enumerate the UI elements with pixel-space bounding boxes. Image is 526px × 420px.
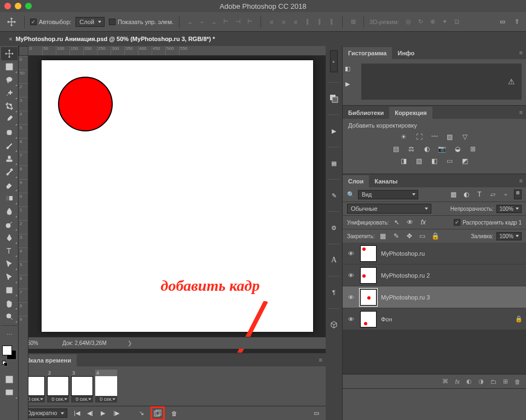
auto-select-checkbox[interactable]: Автовыбор: — [30, 19, 71, 25]
auto-select-target[interactable]: Слой — [76, 17, 105, 27]
adjustments-menu-icon[interactable]: ≡ — [519, 109, 523, 116]
layer-thumbnail[interactable] — [360, 267, 377, 284]
first-frame-button[interactable]: |◀ — [72, 409, 82, 418]
opacity-value[interactable]: 100% — [496, 205, 522, 213]
doc-size-info[interactable]: Док: 2,64M/3,26M — [62, 340, 107, 346]
ruler-vertical[interactable]: 050234567890123456789 — [19, 56, 28, 420]
delete-layer-icon[interactable]: 🗑 — [515, 378, 521, 385]
align-left-icon[interactable]: ⊢ — [221, 17, 231, 27]
curves-icon[interactable]: 〰 — [430, 132, 440, 142]
levels-icon[interactable]: ⛶ — [414, 132, 424, 142]
properties-panel-icon[interactable]: ⚙ — [328, 222, 340, 234]
gradient-tool[interactable] — [1, 192, 18, 205]
lock-artboard-icon[interactable]: ▭ — [418, 231, 427, 241]
stamp-tool[interactable] — [1, 152, 18, 165]
eyedropper-tool[interactable] — [1, 113, 18, 126]
show-transform-checkbox[interactable]: Показать упр. элем. — [109, 19, 174, 25]
filter-adjustment-icon[interactable]: ◐ — [461, 189, 471, 199]
unify-style-icon[interactable]: fx — [418, 217, 428, 227]
distribute-4-icon[interactable]: ∥ — [303, 17, 313, 27]
move-tool-icon[interactable] — [4, 15, 19, 29]
align-right-icon[interactable]: ⊢ — [245, 17, 255, 27]
3d-icon-1[interactable]: ◎ — [403, 17, 413, 27]
color-balance-icon[interactable]: ⚖ — [407, 144, 417, 154]
gradient-map-icon[interactable]: ▭ — [445, 156, 455, 166]
unify-position-icon[interactable]: ↖ — [392, 217, 402, 227]
distribute-3-icon[interactable]: ≡ — [291, 17, 300, 27]
move-tool[interactable] — [1, 47, 18, 60]
ruler-horizontal[interactable]: 050100150200250300350400450500550 — [28, 46, 326, 56]
color-lookup-icon[interactable]: ⊞ — [468, 144, 478, 154]
vibrance-icon[interactable]: ▽ — [460, 132, 470, 142]
dodge-tool[interactable] — [1, 218, 18, 231]
histogram-tab[interactable]: Гистограмма — [343, 47, 392, 59]
lock-position-icon[interactable]: ✥ — [404, 231, 414, 241]
unify-visibility-icon[interactable]: 👁 — [405, 217, 415, 227]
pen-tool[interactable] — [1, 231, 18, 244]
3d-panel-icon[interactable] — [328, 319, 340, 331]
layer-filter-kind[interactable]: Вид — [358, 190, 418, 199]
zoom-tool[interactable] — [1, 310, 18, 323]
timeline-frame[interactable]: 40 сек. — [95, 370, 117, 402]
frame-duration[interactable]: 0 сек. — [47, 396, 69, 402]
filter-pixel-icon[interactable]: ▦ — [448, 189, 458, 199]
filter-smart-icon[interactable]: ▫ — [501, 189, 511, 199]
blur-tool[interactable] — [1, 205, 18, 218]
edit-toolbar[interactable]: ⋯ — [1, 328, 18, 341]
color-swatches[interactable] — [2, 346, 16, 360]
lock-icon[interactable]: 🔒 — [515, 315, 523, 323]
delete-frame-button[interactable]: 🗑 — [169, 409, 179, 418]
threshold-icon[interactable]: ◧ — [430, 156, 440, 166]
close-tab-icon[interactable]: × — [9, 36, 12, 42]
lock-pixels-icon[interactable]: ▦ — [378, 231, 388, 241]
layers-menu-icon[interactable]: ≡ — [519, 177, 523, 184]
hue-sat-icon[interactable]: ▤ — [391, 144, 401, 154]
distribute-1-icon[interactable]: ≡ — [267, 17, 276, 27]
layer-thumbnail[interactable] — [360, 289, 377, 306]
selective-color-icon[interactable]: ◩ — [460, 156, 470, 166]
prev-frame-button[interactable]: ◀| — [85, 409, 95, 418]
brushes-panel-icon[interactable]: ✎ — [328, 189, 340, 202]
paragraph-panel-icon[interactable]: ¶ — [328, 286, 340, 298]
screen-mode[interactable] — [1, 386, 18, 399]
align-vcenter-icon[interactable]: ⫟ — [197, 17, 207, 27]
align-hcenter-icon[interactable]: ⊣ — [233, 17, 243, 27]
foreground-color[interactable] — [2, 346, 12, 355]
exposure-icon[interactable]: ▨ — [445, 132, 455, 142]
layer-thumbnail[interactable] — [360, 311, 377, 327]
arrange-icon[interactable]: ▭ — [498, 17, 507, 27]
lock-all-icon[interactable]: 🔒 — [431, 231, 441, 241]
auto-align-icon[interactable]: ⊞ — [348, 17, 358, 27]
photo-filter-icon[interactable]: 📷 — [437, 144, 447, 154]
distribute-5-icon[interactable]: ∥ — [315, 17, 325, 27]
propagate-checkbox[interactable]: Распространить кадр 1 — [454, 219, 522, 226]
hand-tool[interactable] — [1, 297, 18, 310]
visibility-toggle-icon[interactable]: 👁 — [346, 316, 356, 323]
align-bottom-icon[interactable]: ⫠ — [209, 17, 219, 27]
timeline-frame[interactable]: 20 сек. — [47, 370, 69, 402]
shape-tool[interactable] — [1, 284, 18, 297]
visibility-toggle-icon[interactable]: 👁 — [346, 294, 356, 301]
play-button[interactable]: ▶ — [98, 409, 108, 418]
align-top-icon[interactable]: ⫠ — [185, 17, 195, 27]
3d-icon-4[interactable]: ✦ — [440, 17, 449, 27]
frame-duration[interactable]: 0 сек. — [71, 396, 93, 402]
quickmask-toggle[interactable] — [1, 373, 18, 386]
magic-wand-tool[interactable] — [1, 87, 18, 100]
window-minimize[interactable] — [15, 3, 21, 9]
3d-icon-2[interactable]: ↻ — [415, 17, 425, 27]
layer-thumbnail[interactable] — [360, 245, 377, 262]
document-tab[interactable]: × MyPhotoshop.ru Анимация.psd @ 50% (MyP… — [9, 36, 215, 42]
character-panel-icon[interactable]: A — [328, 254, 340, 266]
filter-type-icon[interactable]: T — [475, 189, 484, 199]
lasso-tool[interactable] — [1, 73, 18, 87]
channels-tab[interactable]: Каналы — [369, 175, 403, 187]
link-layers-icon[interactable]: ⌘ — [442, 378, 448, 385]
histogram-refresh-icon[interactable]: ▶ — [342, 78, 354, 90]
timeline-frame[interactable]: 30 сек. — [71, 370, 93, 402]
loop-mode-select[interactable]: Однократно — [23, 409, 67, 418]
layer-row[interactable]: 👁 Фон 🔒 — [343, 308, 526, 330]
share-icon[interactable]: ⇧ — [512, 17, 522, 27]
layer-fx-icon[interactable]: fx — [455, 378, 460, 385]
histogram-channel-icon[interactable]: ◧ — [342, 62, 354, 74]
